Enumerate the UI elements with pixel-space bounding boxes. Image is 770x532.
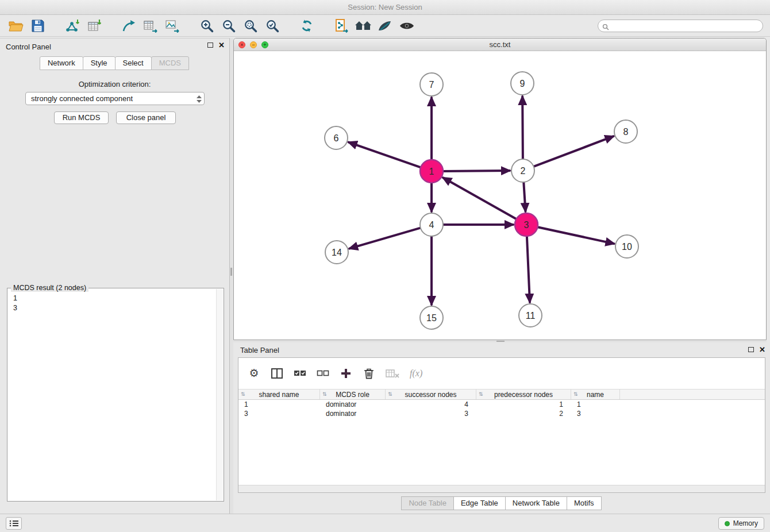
save-session-button[interactable] [29,17,47,35]
close-panel-icon[interactable]: ✕ [218,42,225,48]
sort-icon: ⇅ [388,391,392,397]
mcds-result-list: 13 [7,288,224,318]
copy-network-button[interactable] [332,17,351,35]
app-titlebar[interactable]: Session: New Session [0,0,770,15]
create-column-button[interactable] [340,367,352,380]
close-table-panel-icon[interactable]: ✕ [759,346,765,353]
network-window-titlebar[interactable]: × − + scc.txt [234,38,766,51]
import-network-button[interactable] [63,17,82,35]
table-hscrollbar[interactable] [238,485,765,492]
sort-icon: ⇅ [241,391,245,397]
result-item[interactable]: 3 [13,303,218,313]
zoom-in-button[interactable] [198,17,216,35]
new-network-button[interactable] [120,17,138,35]
graph-edge-4-14[interactable] [349,228,421,249]
table-toolbar: ⚙ [238,358,765,389]
result-item[interactable]: 1 [13,294,218,303]
curved-arrow-icon [121,19,136,33]
show-graphics-details-button[interactable] [398,17,416,35]
zoom-selected-button[interactable] [263,17,282,35]
column-header-shared-name[interactable]: ⇅shared name [238,390,320,399]
style-brush-icon [378,19,392,33]
export-image-button[interactable] [163,17,182,35]
export-table-button[interactable] [141,17,160,35]
maximize-window-button[interactable]: + [261,41,268,48]
delete-table-button[interactable] [386,367,399,380]
tab-select[interactable]: Select [115,56,152,70]
import-table-button[interactable] [85,17,103,35]
column-header-name[interactable]: ⇅name [571,390,620,399]
graph-node-1[interactable]: 1 [420,160,443,183]
graph-node-11[interactable]: 11 [519,304,542,327]
deselect-all-columns-button[interactable] [317,367,329,380]
tab-network[interactable]: Network [40,56,83,70]
delete-column-button[interactable] [363,367,375,380]
node-table-header: ⇅shared name⇅MCDS role⇅successor nodes⇅p… [238,389,765,400]
graph-node-9[interactable]: 9 [511,72,534,95]
apply-style-button[interactable] [376,17,394,35]
mcds-result-group: MCDS result (2 nodes) 13 [7,288,224,502]
graph-edge-2-9[interactable] [522,97,523,159]
float-table-panel-icon[interactable] [748,347,754,352]
open-session-button[interactable] [7,17,25,35]
tab-mcds[interactable]: MCDS [151,56,189,70]
graph-edge-3-1[interactable] [443,178,517,219]
graph-node-2[interactable]: 2 [511,159,534,182]
cyndex-home-button[interactable] [354,17,372,35]
graph-edge-1-2[interactable] [443,171,510,171]
export-table-icon [143,19,158,33]
table-cell: dominator [320,410,386,418]
svg-text:10: 10 [622,242,632,252]
refresh-layout-button[interactable] [298,17,316,35]
tab-node-table[interactable]: Node Table [401,496,454,510]
graph-node-14[interactable]: 14 [325,241,348,264]
svg-text:6: 6 [334,133,339,143]
graph-node-6[interactable]: 6 [325,126,348,149]
tab-style[interactable]: Style [83,56,116,70]
show-columns-button[interactable] [271,367,283,380]
table-cell: 1 [238,400,320,408]
tab-network-table[interactable]: Network Table [505,496,567,510]
table-row[interactable]: 3dominator323 [238,409,765,418]
graph-node-8[interactable]: 8 [614,120,637,143]
zoom-fit-button[interactable] [241,17,260,35]
tab-edge-table[interactable]: Edge Table [453,496,506,510]
column-label: MCDS role [336,391,369,399]
floppy-disk-icon [32,20,44,32]
column-header-predecessor-nodes[interactable]: ⇅predecessor nodes [476,390,571,399]
minimize-window-button[interactable]: − [250,41,257,48]
column-header-successor-nodes[interactable]: ⇅successor nodes [386,390,476,399]
close-window-button[interactable]: × [238,41,245,48]
tab-motifs[interactable]: Motifs [567,496,602,510]
column-header-mcds-role[interactable]: ⇅MCDS role [320,390,386,399]
export-image-icon [165,19,180,33]
graph-edge-1-6[interactable] [349,142,421,168]
graph-edge-3-10[interactable] [538,227,614,244]
graph-node-4[interactable]: 4 [420,213,443,236]
select-all-columns-button[interactable] [294,367,306,380]
network-graph[interactable]: 1234678910111415 [234,51,766,340]
table-panel: Table Panel ✕ ⚙ [233,342,770,514]
function-builder-button[interactable]: f(x) [410,367,422,380]
table-settings-button[interactable]: ⚙ [248,367,260,380]
graph-edge-3-11[interactable] [527,236,530,302]
result-scrollbar[interactable] [216,289,223,500]
graph-node-10[interactable]: 10 [615,235,638,258]
table-row[interactable]: 1dominator411 [238,400,765,409]
zoom-out-button[interactable] [220,17,238,35]
search-input[interactable] [598,20,763,32]
close-panel-button[interactable]: Close panel [116,111,176,124]
memory-button[interactable]: Memory [718,517,764,530]
graph-node-15[interactable]: 15 [420,306,443,329]
table-cell: 1 [571,400,620,408]
criterion-select[interactable]: strongly connected component [25,92,205,105]
float-panel-icon[interactable] [207,43,213,48]
graph-node-3[interactable]: 3 [515,213,538,236]
graph-edge-2-8[interactable] [534,136,614,167]
graph-edge-2-3[interactable] [523,182,525,211]
run-mcds-button[interactable]: Run MCDS [54,111,109,124]
task-history-button[interactable] [6,517,22,530]
import-network-icon [65,19,80,33]
node-table-body: 1dominator4113dominator323 [238,400,765,418]
graph-node-7[interactable]: 7 [420,73,443,96]
